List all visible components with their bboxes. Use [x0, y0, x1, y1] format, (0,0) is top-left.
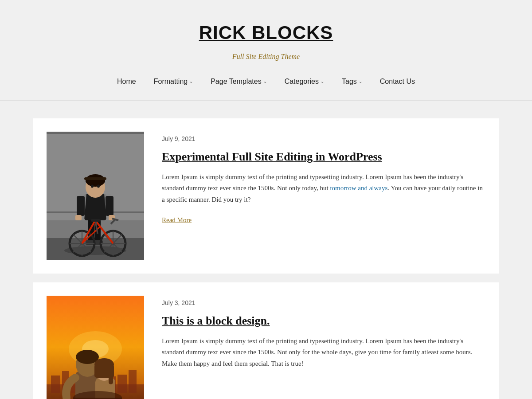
svg-rect-14 — [106, 196, 113, 216]
nav-list: Home Formatting ⌄ Page Templates ⌄ Categ… — [117, 76, 415, 87]
nav-label-tags: Tags — [342, 76, 357, 87]
post-excerpt-1: Lorem Ipsum is simply dummy text of the … — [162, 172, 485, 206]
post-date-1: July 9, 2021 — [162, 134, 485, 144]
site-nav: Home Formatting ⌄ Page Templates ⌄ Categ… — [0, 63, 532, 101]
nav-label-home: Home — [117, 76, 136, 87]
svg-rect-62 — [109, 364, 113, 384]
read-more-link-1[interactable]: Read More — [162, 215, 192, 225]
chevron-down-icon: ⌄ — [321, 78, 324, 85]
nav-item-contact-us[interactable]: Contact Us — [380, 76, 415, 87]
post-title-2[interactable]: This is a block design. — [162, 313, 485, 329]
svg-rect-2 — [47, 132, 144, 134]
post-content-1: July 9, 2021 Experimental Full Site Edit… — [162, 132, 485, 225]
site-title: RICK BLOCKS — [9, 18, 523, 47]
main-content: July 9, 2021 Experimental Full Site Edit… — [24, 101, 508, 399]
post-title-1[interactable]: Experimental Full Site Editing in WordPr… — [162, 149, 485, 164]
nav-item-home[interactable]: Home — [117, 76, 136, 87]
nav-item-page-templates[interactable]: Page Templates ⌄ — [211, 76, 266, 87]
nav-label-page-templates: Page Templates — [211, 76, 261, 87]
chevron-down-icon: ⌄ — [359, 78, 362, 85]
post-image-svg-2 — [47, 296, 144, 399]
site-wrapper: RICK BLOCKS Full Site Editing Theme Home… — [0, 0, 532, 399]
chevron-down-icon: ⌄ — [263, 78, 267, 85]
svg-rect-15 — [75, 215, 82, 220]
post-content-2: July 3, 2021 This is a block design. Lor… — [162, 296, 485, 378]
svg-point-22 — [97, 185, 100, 188]
svg-rect-13 — [77, 196, 85, 216]
nav-label-formatting: Formatting — [154, 76, 188, 87]
nav-item-categories[interactable]: Categories ⌄ — [285, 76, 324, 87]
nav-item-formatting[interactable]: Formatting ⌄ — [154, 76, 193, 87]
site-header: RICK BLOCKS Full Site Editing Theme — [0, 0, 532, 63]
nav-label-categories: Categories — [285, 76, 319, 87]
chevron-down-icon: ⌄ — [189, 78, 193, 85]
post-card-2: July 3, 2021 This is a block design. Lor… — [33, 282, 499, 399]
svg-rect-47 — [51, 376, 60, 393]
svg-rect-52 — [129, 370, 137, 393]
post-date-2: July 3, 2021 — [162, 298, 485, 308]
post-image-1 — [47, 132, 144, 260]
svg-rect-20 — [84, 177, 106, 180]
svg-point-21 — [91, 185, 94, 188]
post-image-2 — [47, 296, 144, 399]
post-card-1: July 9, 2021 Experimental Full Site Edit… — [33, 118, 499, 274]
post-excerpt-2: Lorem Ipsum is simply dummy text of the … — [162, 336, 485, 370]
svg-rect-41 — [91, 219, 101, 222]
nav-item-tags[interactable]: Tags ⌄ — [342, 76, 362, 87]
post-image-svg-1 — [47, 132, 144, 260]
nav-label-contact-us: Contact Us — [380, 76, 415, 87]
svg-rect-51 — [117, 375, 127, 393]
site-tagline: Full Site Editing Theme — [9, 51, 523, 63]
